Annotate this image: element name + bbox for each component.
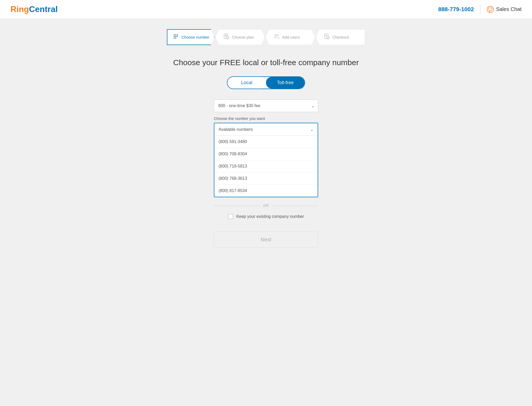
svg-point-14 — [275, 34, 276, 36]
logo-central: Central — [29, 4, 58, 14]
svg-point-7 — [174, 38, 175, 39]
step-add-users[interactable]: Add users — [266, 29, 315, 45]
tollfree-toggle-button[interactable]: Toll-free — [266, 77, 305, 89]
step-choose-number-label: Choose number — [182, 35, 209, 39]
svg-point-6 — [177, 36, 178, 37]
svg-point-5 — [175, 36, 176, 37]
or-text: OR — [263, 204, 269, 208]
step-choose-plan-label: Choose plan — [232, 35, 254, 39]
numbers-header-text: Available numbers — [219, 127, 253, 132]
sales-chat-label: Sales Chat — [496, 6, 522, 12]
number-item-0[interactable]: (800) 591-3480 — [214, 136, 318, 148]
number-item-2[interactable]: (800) 719-5813 — [214, 160, 318, 173]
svg-point-0 — [487, 6, 493, 13]
svg-point-8 — [175, 38, 176, 39]
toggle-group: Local Toll-free — [227, 76, 305, 89]
step-checkout-label: Checkout — [332, 35, 349, 39]
step-choose-plan[interactable]: Choose plan — [216, 29, 265, 45]
number-type-toggle: Local Toll-free — [154, 76, 378, 89]
chat-icon — [487, 6, 494, 13]
svg-point-4 — [174, 36, 175, 37]
or-line-left — [214, 206, 260, 206]
available-numbers-dropdown[interactable]: Available numbers ⌄ (800) 591-3480 (800)… — [214, 123, 318, 197]
or-divider: OR — [214, 204, 318, 208]
svg-point-2 — [175, 34, 176, 35]
sales-chat-button[interactable]: Sales Chat — [487, 6, 522, 13]
page-title: Choose your FREE local or toll-free comp… — [154, 58, 378, 67]
choose-number-icon — [173, 33, 179, 41]
add-users-icon — [273, 33, 280, 41]
checkout-icon — [324, 33, 330, 41]
choose-plan-icon — [223, 33, 229, 41]
choose-number-label: Choose the number you want — [214, 116, 318, 121]
step-checkout[interactable]: Checkout — [316, 29, 365, 45]
next-button[interactable]: Next — [214, 232, 318, 248]
prefix-dropdown-wrapper: 800 - one-time $30 fee ⌄ — [214, 100, 318, 112]
keep-existing-row: Keep your existing company number — [214, 214, 318, 219]
local-toggle-button[interactable]: Local — [227, 77, 266, 89]
number-item-4[interactable]: (800) 817-8534 — [214, 185, 318, 197]
logo-ring: Ring — [10, 4, 29, 14]
svg-point-1 — [174, 34, 175, 35]
number-item-3[interactable]: (800) 768-3613 — [214, 173, 318, 185]
header-right: 888-779-1002 Sales Chat — [438, 5, 522, 14]
progress-steps: Choose number Choose plan Add users Chec… — [167, 29, 365, 45]
step-add-users-label: Add users — [282, 35, 300, 39]
numbers-dropdown-header[interactable]: Available numbers ⌄ — [214, 123, 318, 136]
prefix-dropdown-value: 800 - one-time $30 fee — [218, 103, 260, 108]
main-content: Choose number Choose plan Add users Chec… — [149, 19, 383, 258]
logo: RingCentral — [10, 4, 58, 14]
keep-existing-checkbox[interactable] — [228, 214, 233, 219]
header-divider — [480, 5, 480, 14]
svg-point-15 — [277, 35, 278, 36]
step-choose-number[interactable]: Choose number — [167, 29, 215, 45]
phone-link[interactable]: 888-779-1002 — [438, 6, 474, 13]
form-area: 800 - one-time $30 fee ⌄ Choose the numb… — [214, 100, 318, 248]
or-line-right — [272, 206, 318, 206]
header: RingCentral 888-779-1002 Sales Chat — [0, 0, 532, 19]
numbers-header-chevron-icon: ⌄ — [310, 127, 313, 132]
prefix-dropdown[interactable]: 800 - one-time $30 fee — [214, 100, 318, 112]
number-item-1[interactable]: (800) 708-8304 — [214, 148, 318, 160]
keep-existing-label: Keep your existing company number — [236, 214, 304, 219]
svg-point-3 — [177, 34, 178, 35]
